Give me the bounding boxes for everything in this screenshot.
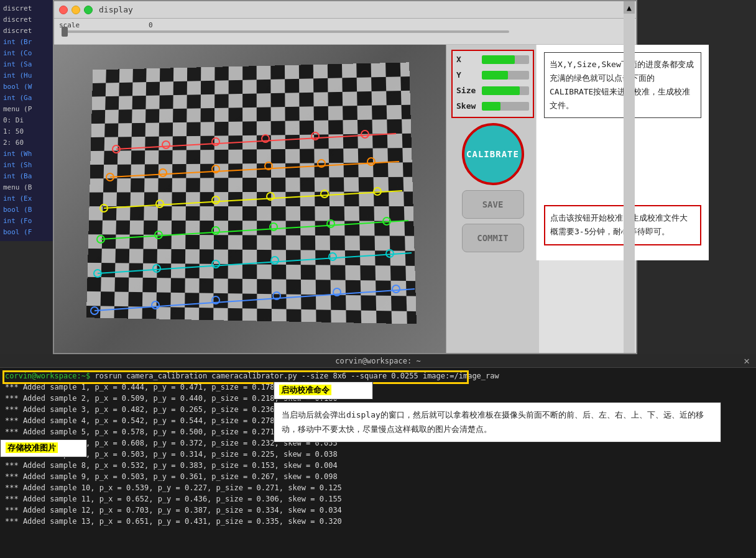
save-button[interactable]: SAVE bbox=[462, 190, 524, 219]
terminal-prompt-line: corvin@workspace:~$ rosrun camera_calibr… bbox=[5, 370, 751, 382]
code-line: int (Co bbox=[0, 48, 55, 59]
y-label: Y bbox=[456, 70, 478, 80]
progress-group: X Y Size bbox=[451, 50, 534, 118]
svg-point-26 bbox=[327, 220, 334, 227]
svg-point-34 bbox=[386, 250, 394, 257]
annotation-2-text: 点击该按钮开始校准，生成校准文件大概需要3-5分钟，耐心等待即可。 bbox=[550, 213, 688, 236]
display-window: display scale 0 bbox=[53, 0, 637, 354]
terminal-line-12: *** Added sample 12, p_x = 0.703, p_y = … bbox=[5, 505, 751, 516]
code-line: int (Ex bbox=[0, 193, 55, 204]
code-line: int (Wh bbox=[0, 149, 55, 160]
skew-progress-row: Skew bbox=[456, 101, 529, 111]
scale-area: scale 0 bbox=[54, 19, 636, 45]
svg-point-37 bbox=[152, 301, 159, 309]
camera-content: X Y Size bbox=[54, 45, 636, 353]
terminal-line-8: *** Added sample 8, p_x = 0.532, p_y = 0… bbox=[5, 460, 751, 471]
skew-progress-fill bbox=[482, 102, 500, 111]
code-line: int (Ga bbox=[0, 93, 55, 104]
code-line: discret bbox=[0, 3, 55, 14]
svg-line-21 bbox=[101, 221, 408, 239]
size-progress-row: Size bbox=[456, 86, 529, 95]
code-line: bool (B bbox=[0, 204, 55, 216]
svg-point-32 bbox=[271, 257, 279, 264]
y-progress-row: Y bbox=[456, 70, 529, 80]
svg-point-24 bbox=[212, 227, 219, 234]
camera-image bbox=[54, 45, 446, 353]
right-annotations-panel: 当X,Y,Size,Skew下面的进度条都变成充满的绿色就可以点击下面的CALI… bbox=[536, 45, 709, 260]
code-line: int (Fo bbox=[0, 216, 55, 227]
svg-point-16 bbox=[156, 200, 164, 208]
scale-thumb[interactable] bbox=[62, 27, 68, 37]
terminal-line-7: *** Added sample 7, p_x = 0.503, p_y = 0… bbox=[5, 449, 751, 460]
terminal-line-9: *** Added sample 9, p_x = 0.503, p_y = 0… bbox=[5, 471, 751, 482]
minimize-button[interactable] bbox=[71, 6, 80, 14]
x-label: X bbox=[456, 55, 478, 64]
terminal-line-1: *** Added sample 1, p_x = 0.444, p_y = 0… bbox=[5, 382, 751, 393]
code-line: 2: 60 bbox=[0, 137, 55, 149]
code-line: int (Br bbox=[0, 37, 55, 48]
svg-line-7 bbox=[110, 162, 399, 177]
terminal-line-11: *** Added sample 11, p_x = 0.652, p_y = … bbox=[5, 493, 751, 505]
terminal-command: rosrun camera_calibration cameracalibrat… bbox=[95, 372, 499, 380]
svg-line-35 bbox=[94, 289, 415, 311]
y-progress-fill bbox=[482, 71, 508, 80]
svg-point-13 bbox=[367, 158, 375, 165]
svg-line-28 bbox=[98, 253, 412, 273]
svg-point-33 bbox=[329, 253, 336, 260]
window-title: display bbox=[99, 5, 133, 14]
size-label: Size bbox=[456, 86, 478, 95]
code-line: 0: Di bbox=[0, 115, 55, 126]
size-progress-bg bbox=[482, 86, 529, 95]
svg-point-2 bbox=[162, 141, 170, 149]
save-annotation-text: 存储校准图片 bbox=[6, 442, 58, 453]
code-line: int (Sh bbox=[0, 160, 55, 171]
main-annotation-text: 当启动后就会弹出display的窗口，然后就可以拿着校准板在摄像头前面不断的前、… bbox=[282, 410, 704, 434]
commit-button[interactable]: COMMIT bbox=[462, 224, 524, 252]
terminal-area: corvin@workspace: ~ ✕ corvin@workspace:~… bbox=[0, 354, 756, 558]
code-line: int (Ba bbox=[0, 171, 55, 182]
svg-point-25 bbox=[270, 223, 277, 231]
annotation-2: 点击该按钮开始校准，生成校准文件大概需要3-5分钟，耐心等待即可。 bbox=[544, 205, 701, 245]
terminal-prompt: corvin@workspace:~$ bbox=[5, 372, 90, 380]
svg-point-17 bbox=[212, 196, 219, 204]
x-progress-fill bbox=[482, 55, 515, 64]
maximize-button[interactable] bbox=[84, 6, 93, 14]
terminal-titlebar: corvin@workspace: ~ ✕ bbox=[0, 354, 756, 368]
close-button[interactable] bbox=[59, 6, 68, 14]
scroll-up[interactable]: ▲ bbox=[624, 1, 635, 14]
display-titlebar: display bbox=[54, 1, 636, 19]
svg-line-14 bbox=[104, 191, 402, 208]
svg-point-3 bbox=[212, 138, 219, 145]
code-line: menu (P bbox=[0, 104, 55, 115]
terminal-line-13: *** Added sample 13, p_x = 0.651, p_y = … bbox=[5, 516, 751, 527]
code-line: bool (W bbox=[0, 81, 55, 93]
terminal-title: corvin@workspace: ~ bbox=[335, 357, 420, 365]
annotation-1-text: 当X,Y,Size,Skew下面的进度条都变成充满的绿色就可以点击下面的CALI… bbox=[550, 60, 694, 110]
skew-label: Skew bbox=[456, 101, 478, 111]
main-annotation: 当启动后就会弹出display的窗口，然后就可以拿着校准板在摄像头前面不断的前、… bbox=[274, 402, 721, 442]
scale-slider[interactable] bbox=[59, 30, 631, 33]
svg-point-30 bbox=[153, 265, 160, 272]
launch-annotation: 启动校准命令 bbox=[274, 382, 373, 400]
annotation-1: 当X,Y,Size,Skew下面的进度条都变成充满的绿色就可以点击下面的CALI… bbox=[544, 52, 701, 118]
x-progress-row: X bbox=[456, 55, 529, 64]
code-line: int (Sa bbox=[0, 59, 55, 70]
terminal-close-icon[interactable]: ✕ bbox=[744, 355, 750, 367]
svg-point-31 bbox=[212, 260, 219, 268]
skew-progress-bg bbox=[482, 102, 529, 111]
y-progress-bg bbox=[482, 71, 529, 80]
window-scrollbar: ▲ bbox=[624, 1, 635, 353]
scale-value: 0 bbox=[149, 21, 153, 29]
code-line: menu (B bbox=[0, 182, 55, 193]
code-line: 1: 50 bbox=[0, 126, 55, 137]
svg-point-9 bbox=[159, 169, 167, 176]
scale-track bbox=[62, 30, 509, 33]
save-annotation: 存储校准图片 bbox=[0, 439, 87, 457]
svg-line-0 bbox=[116, 134, 396, 149]
calibrate-button[interactable]: CALIBRATE bbox=[462, 123, 524, 185]
svg-point-6 bbox=[361, 130, 369, 138]
control-panel: X Y Size bbox=[446, 45, 539, 353]
detection-lines bbox=[54, 45, 446, 353]
svg-point-20 bbox=[374, 188, 381, 195]
svg-point-23 bbox=[155, 231, 162, 239]
